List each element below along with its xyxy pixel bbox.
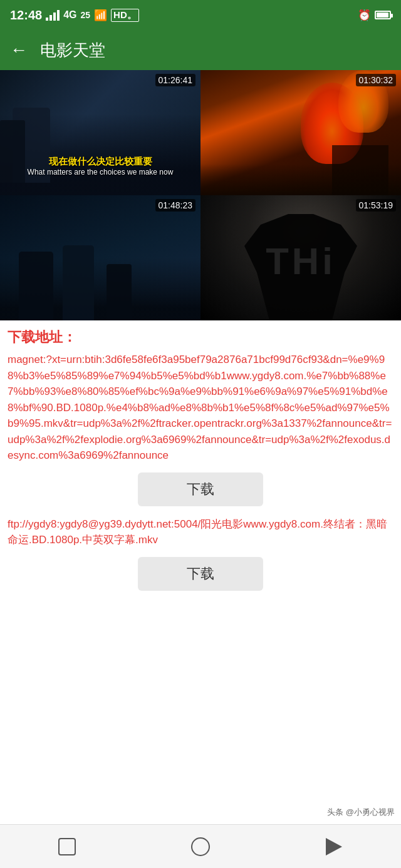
ftp-link[interactable]: ftp://ygdy8:ygdy8@yg39.dydytt.net:5004/阳… (8, 516, 393, 548)
nav-recent-button[interactable] (318, 831, 350, 862)
timestamp-tl: 01:26:41 (155, 74, 196, 86)
subtitle-en: What matters are the choices we make now (0, 168, 200, 176)
triangle-icon (326, 838, 342, 855)
signal-icon (46, 9, 60, 21)
video-thumb-bottom-right[interactable]: THi 01:53:19 (200, 195, 401, 320)
subtitle-cn: 现在做什么决定比较重要 (0, 156, 200, 168)
download-label: 下载地址： (8, 328, 393, 347)
bottom-nav (0, 824, 401, 868)
time-display: 12:48 (10, 8, 42, 23)
thi-overlay-text: THi (266, 240, 336, 283)
back-button[interactable]: ← (10, 40, 28, 60)
video-thumb-bottom-left[interactable]: 01:48:23 (0, 195, 200, 320)
timestamp-tr: 01:30:32 (356, 74, 397, 86)
app-title: 电影天堂 (40, 39, 105, 61)
nav-home-button[interactable] (185, 831, 216, 862)
video-thumb-top-left[interactable]: 01:26:41 现在做什么决定比较重要 What matters are th… (0, 70, 200, 195)
video-grid: 01:26:41 现在做什么决定比较重要 What matters are th… (0, 70, 401, 320)
subtitle-overlay: 现在做什么决定比较重要 What matters are the choices… (0, 156, 200, 176)
magnet-link[interactable]: magnet:?xt=urn:btih:3d6fe58fe6f3a95bef79… (8, 352, 393, 464)
status-bar-left: 12:48 4G 25 📶 HD。 (10, 8, 139, 23)
wifi-icon: 📶 (94, 9, 107, 22)
circle-icon (191, 837, 210, 856)
status-bar: 12:48 4G 25 📶 HD。 ⏰ (0, 0, 401, 30)
app-bar: ← 电影天堂 (0, 30, 401, 70)
timestamp-br: 01:53:19 (356, 199, 397, 212)
alarm-icon: ⏰ (358, 9, 371, 22)
battery-icon (375, 11, 391, 19)
timestamp-bl: 01:48:23 (155, 199, 196, 212)
status-bar-right: ⏰ (358, 9, 391, 22)
download-button-2[interactable]: 下载 (138, 557, 263, 591)
square-icon (58, 838, 76, 855)
hd-badge: HD。 (111, 9, 139, 22)
content-area: 下载地址： magnet:?xt=urn:btih:3d6fe58fe6f3a9… (0, 320, 401, 663)
download-button-1[interactable]: 下载 (138, 472, 263, 506)
4g-label: 4G (63, 9, 76, 21)
signal-strength: 25 (81, 10, 91, 20)
watermark: 头条 @小勇心视界 (327, 807, 395, 818)
nav-back-button[interactable] (51, 831, 83, 862)
video-thumb-top-right[interactable]: 01:30:32 (200, 70, 401, 195)
